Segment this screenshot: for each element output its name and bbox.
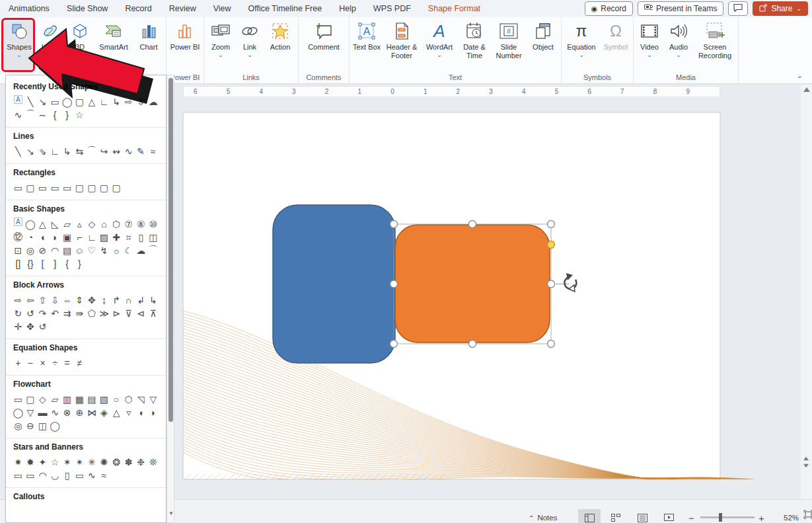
shape-option-internal-storage-icon[interactable]: ▦ (73, 393, 86, 406)
shape-option-rounded-rectangle-icon[interactable]: ▢ (73, 95, 86, 108)
shape-option-not-equal-sign-icon[interactable]: ≠ (73, 356, 86, 370)
next-slide-button[interactable] (803, 464, 809, 468)
ribbon-button-screen-recording[interactable]: Screen Recording (693, 19, 737, 71)
shape-option-division-sign-icon[interactable]: ÷ (49, 356, 61, 370)
shape-option-hexagon-icon[interactable]: ⬡ (110, 218, 123, 231)
shape-option-star-16-point-icon[interactable]: ✽ (122, 456, 135, 469)
shape-option-minus-sign-icon[interactable]: − (24, 356, 37, 370)
shape-option-line-icon[interactable]: ╲ (24, 95, 37, 108)
comment-bubble-button[interactable] (728, 1, 748, 16)
shape-option-alternate-process-icon[interactable]: ▢ (24, 393, 37, 406)
ribbon-button-power-bi[interactable]: Power BI (168, 19, 202, 71)
shape-option-right-bracket-icon[interactable]: ] (49, 257, 61, 270)
ribbon-button-object[interactable]: Object (527, 19, 560, 71)
ribbon-button-audio[interactable]: Audio⌄ (664, 19, 693, 71)
shape-option-delay-icon[interactable]: ◗ (147, 406, 160, 419)
shape-option-cube-icon[interactable]: ◫ (147, 231, 160, 244)
shape-option-left-right-arrow-icon[interactable]: ⇔ (61, 294, 73, 307)
shapes-panel-scroll-thumb[interactable] (168, 78, 173, 422)
shape-option-text-box-icon[interactable]: A (14, 218, 22, 226)
shape-option-star-5-point-icon[interactable]: ☆ (73, 108, 86, 122)
shape-option-smiley-face-icon[interactable]: ☺ (73, 244, 86, 257)
shape-option-chevron-arrow-icon[interactable]: ≫ (98, 307, 110, 320)
shape-option-dodecagon-icon[interactable]: ⑫ (12, 231, 24, 244)
fit-slide-to-window-button[interactable] (803, 510, 812, 522)
shape-option-left-right-up-arrow-icon[interactable]: ↨ (98, 294, 110, 307)
previous-slide-button[interactable] (803, 457, 809, 461)
shape-option-plus-sign-icon[interactable]: + (12, 356, 24, 370)
menu-tab-help[interactable]: Help (330, 0, 365, 17)
resize-handle-top-right[interactable] (548, 221, 555, 228)
shape-option-left-brace-icon[interactable]: { (49, 108, 61, 122)
shape-option-chord-icon[interactable]: ◖ (36, 231, 49, 244)
shape-option-rounded-rectangle-icon[interactable]: ▢ (24, 181, 37, 194)
shape-option-terminator-icon[interactable]: ○ (110, 393, 123, 406)
shape-option-bent-up-arrow-icon[interactable]: ↳ (147, 294, 160, 307)
shape-option-merge-icon[interactable]: ▿ (122, 406, 135, 419)
ribbon-button-slide-number[interactable]: #Slide Number (491, 19, 527, 71)
shape-option-rectangle-icon[interactable]: ▭ (12, 181, 24, 194)
zoom-out-button[interactable]: − (688, 512, 694, 523)
shape-option-pie-icon[interactable]: ◔ (24, 231, 37, 244)
ribbon-button-video[interactable]: Video⌄ (635, 19, 664, 71)
ribbon-button-link[interactable]: Link⌄ (236, 19, 264, 71)
menu-tab-review[interactable]: Review (161, 0, 205, 17)
shape-option-can-icon[interactable]: ▯ (135, 231, 147, 244)
zoom-slider[interactable] (700, 516, 755, 518)
menu-tab-office-timeline-free[interactable]: Office Timeline Free (240, 0, 331, 17)
shape-option-manual-operation-icon[interactable]: ▽ (147, 393, 160, 406)
shape-option-line-arrow-icon[interactable]: ↘ (36, 95, 49, 108)
shape-option-arc-icon[interactable]: ⌒ (24, 108, 37, 122)
shape-option-stored-data-icon[interactable]: ◖ (135, 406, 147, 419)
shape-option-cloud-icon[interactable]: ☁ (147, 95, 160, 108)
shape-option-off-page-connector-icon[interactable]: ▽ (24, 406, 37, 419)
shape-option-curved-down-arrow-icon[interactable]: ↶ (49, 307, 61, 320)
shape-option-notched-right-arrow-icon[interactable]: ⇛ (73, 307, 86, 320)
shape-option-left-brace-icon[interactable]: { (61, 257, 73, 270)
ribbon-button-equation[interactable]: πEquation⌄ (563, 19, 600, 71)
shape-option-regular-pentagon-icon[interactable]: ⌂ (98, 218, 110, 231)
normal-view-button[interactable] (578, 509, 601, 523)
shape-option-vertical-scroll-icon[interactable]: ▯ (61, 469, 73, 482)
orange-rounded-rectangle[interactable] (395, 225, 550, 342)
shape-option-process-icon[interactable]: ▭ (12, 393, 24, 406)
resize-handle-top-left[interactable] (390, 221, 398, 228)
shape-option-manual-input-icon[interactable]: ◹ (135, 393, 147, 406)
ribbon-button-wordart[interactable]: AWordArt⌄ (421, 19, 458, 71)
ribbon-button-date-time[interactable]: Date & Time (458, 19, 491, 71)
shape-option-right-arrow-icon[interactable]: ⇨ (122, 95, 135, 108)
shape-option-elbow-arrow-connector-icon[interactable]: ↳ (110, 95, 123, 108)
shape-option-diagonal-stripe-icon[interactable]: ▨ (98, 231, 110, 244)
record-button[interactable]: ◉ Record (585, 1, 633, 16)
shape-option-horizontal-scroll-icon[interactable]: ▭ (73, 469, 86, 482)
menu-tab-slide-show[interactable]: Slide Show (58, 0, 117, 17)
scroll-up-arrow-icon[interactable] (803, 87, 810, 92)
shape-option-direct-access-storage-icon[interactable]: ◫ (36, 419, 49, 432)
shape-option-l-shape-icon[interactable]: ∟ (86, 231, 98, 244)
shape-option-diamond-icon[interactable]: ◇ (86, 218, 98, 231)
shape-option-right-brace-icon[interactable]: } (73, 257, 86, 270)
shape-option-star-24-point-icon[interactable]: ❉ (135, 456, 147, 469)
shape-option-punched-tape-icon[interactable]: ∿ (49, 406, 61, 419)
ribbon-button-action[interactable]: Action (264, 19, 297, 71)
shape-option-snip-diagonal-corner-icon[interactable]: ▭ (61, 181, 73, 194)
shape-option-up-arrow-icon[interactable]: ⇧ (36, 294, 49, 307)
shape-option-lightning-bolt-icon[interactable]: ↯ (98, 244, 110, 257)
shape-option-star-12-point-icon[interactable]: ❂ (110, 456, 123, 469)
shape-option-left-arrow-icon[interactable]: ⇦ (24, 294, 37, 307)
shape-option-down-arrow-icon[interactable]: ⇩ (135, 95, 147, 108)
adjust-handle-yellow[interactable] (548, 241, 555, 249)
menu-tab-wps-pdf[interactable]: WPS PDF (365, 0, 420, 17)
resize-handle-middle-left[interactable] (390, 280, 398, 288)
present-in-teams-button[interactable]: Present in Teams (638, 1, 724, 16)
shape-option-striped-right-arrow-icon[interactable]: ⇉ (61, 307, 73, 320)
shape-option-elbow-arrow-connector-icon[interactable]: ↳ (61, 145, 73, 158)
zoom-slider-thumb[interactable] (719, 513, 722, 522)
shape-option-curved-double-arrow-connector-icon[interactable]: ↭ (110, 145, 123, 158)
shape-option-isosceles-triangle-icon[interactable]: △ (36, 218, 49, 231)
shape-option-left-up-arrow-icon[interactable]: ↲ (135, 294, 147, 307)
ribbon-button-smartart[interactable]: SmartArt (94, 19, 133, 71)
shape-option-down-ribbon-icon[interactable]: ▭ (24, 469, 37, 482)
shape-option-text-box-icon[interactable]: A (14, 95, 22, 104)
shape-option-round-same-side-corner-icon[interactable]: ▢ (98, 181, 110, 194)
